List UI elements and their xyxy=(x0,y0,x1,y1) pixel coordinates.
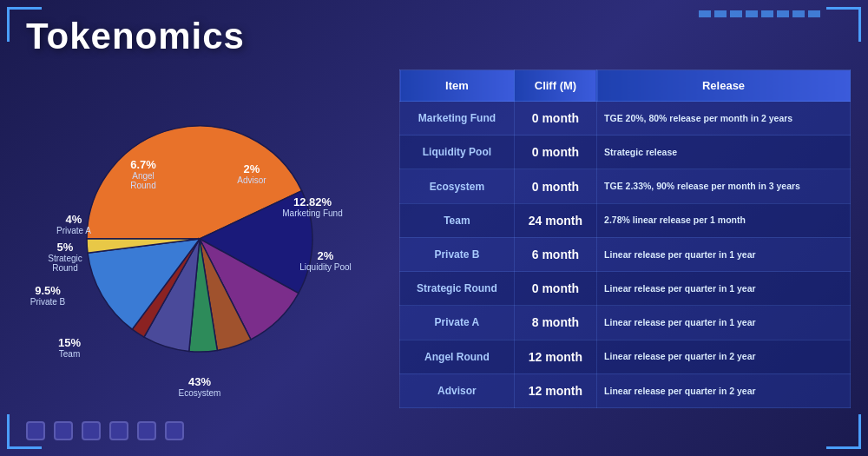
corner-decoration-tr xyxy=(826,7,861,42)
table-header-1: Cliff (M) xyxy=(514,70,596,102)
bottom-dot xyxy=(54,421,73,440)
cell-7-0: Angel Round xyxy=(400,340,515,373)
bottom-dot xyxy=(137,421,156,440)
cell-2-1: 0 month xyxy=(514,169,596,203)
pie-chart-container: 43%Ecosystem15%Team9.5%Private B5%Strate… xyxy=(17,78,382,400)
cell-4-2: Linear release per quarter in 1 year xyxy=(597,237,851,271)
pie-label-liquidity-pool: 2%Liquidity Pool xyxy=(299,249,351,272)
pie-label-strategic-round: 5%Strategic Round xyxy=(48,241,82,273)
stripe-bar xyxy=(699,10,711,17)
pie-label-team: 15%Team xyxy=(58,336,81,359)
stripe-bar xyxy=(714,10,727,17)
cell-0-2: TGE 20%, 80% release per month in 2 year… xyxy=(597,102,851,135)
cell-3-1: 24 month xyxy=(514,203,596,237)
table-row: Strategic Round0 monthLinear release per… xyxy=(400,272,851,306)
cell-6-1: 8 month xyxy=(514,306,596,340)
table-row: Ecosystem0 monthTGE 2.33%, 90% release p… xyxy=(400,169,851,203)
stripe-bar xyxy=(746,10,758,17)
table-row: Team24 month2.78% linear release per 1 m… xyxy=(400,203,851,237)
cell-2-0: Ecosystem xyxy=(400,169,515,203)
cell-0-0: Marketing Fund xyxy=(400,102,515,135)
bottom-dot xyxy=(165,421,184,440)
cell-4-1: 6 month xyxy=(514,237,596,271)
pie-label-marketing-fund: 12.82%Marketing Fund xyxy=(282,195,342,218)
cell-4-0: Private B xyxy=(400,237,515,271)
page-title: Tokenomics xyxy=(26,16,245,57)
table-row: Angel Round12 monthLinear release per qu… xyxy=(400,340,851,373)
table-header-2: Release xyxy=(597,70,851,102)
main-content: 43%Ecosystem15%Team9.5%Private B5%Strate… xyxy=(17,69,851,408)
table-row: Private A8 monthLinear release per quart… xyxy=(400,306,851,340)
corner-decoration-tl xyxy=(7,7,42,42)
stripe-decoration xyxy=(699,10,820,17)
cell-2-2: TGE 2.33%, 90% release per month in 3 ye… xyxy=(597,169,851,203)
corner-decoration-br xyxy=(826,414,861,449)
pie-label-ecosystem: 43%Ecosystem xyxy=(179,375,221,398)
cell-1-2: Strategic release xyxy=(597,135,851,169)
bottom-dot xyxy=(109,421,128,440)
table-container: ItemCliff (M)Release Marketing Fund0 mon… xyxy=(399,69,851,408)
pie-label-private-a: 4%Private A xyxy=(56,213,91,235)
tokenomics-table: ItemCliff (M)Release Marketing Fund0 mon… xyxy=(399,69,851,408)
cell-6-2: Linear release per quarter in 1 year xyxy=(597,306,851,340)
pie-label-advisor: 2%Advisor xyxy=(237,162,266,185)
stripe-bar xyxy=(730,10,742,17)
stripe-bar xyxy=(777,10,789,17)
cell-1-1: 0 month xyxy=(514,135,596,169)
corner-decoration-bl xyxy=(7,414,42,449)
cell-1-0: Liquidity Pool xyxy=(400,135,515,169)
cell-3-0: Team xyxy=(400,203,515,237)
cell-5-0: Strategic Round xyxy=(400,272,515,306)
stripe-bar xyxy=(761,10,773,17)
table-row: Liquidity Pool0 monthStrategic release xyxy=(400,135,851,169)
table-row: Private B6 monthLinear release per quart… xyxy=(400,237,851,271)
cell-5-2: Linear release per quarter in 1 year xyxy=(597,272,851,306)
pie-label-private-b: 9.5%Private B xyxy=(30,284,66,307)
cell-8-1: 12 month xyxy=(514,373,596,407)
cell-8-2: Linear release per quarter in 2 year xyxy=(597,373,851,407)
cell-7-2: Linear release per quarter in 2 year xyxy=(597,340,851,373)
pie-chart xyxy=(78,117,321,360)
table-header-0: Item xyxy=(400,70,515,102)
bottom-dot xyxy=(82,421,101,440)
cell-5-1: 0 month xyxy=(514,272,596,306)
cell-3-2: 2.78% linear release per 1 month xyxy=(597,203,851,237)
table-row: Advisor12 monthLinear release per quarte… xyxy=(400,373,851,407)
cell-8-0: Advisor xyxy=(400,373,515,407)
bottom-dots xyxy=(26,421,184,440)
table-row: Marketing Fund0 monthTGE 20%, 80% releas… xyxy=(400,102,851,135)
cell-7-1: 12 month xyxy=(514,340,596,373)
cell-6-0: Private A xyxy=(400,306,515,340)
stripe-bar xyxy=(808,10,820,17)
pie-label-angel-round: 6.7%Angel Round xyxy=(130,158,156,190)
stripe-bar xyxy=(792,10,805,17)
cell-0-1: 0 month xyxy=(514,102,596,135)
